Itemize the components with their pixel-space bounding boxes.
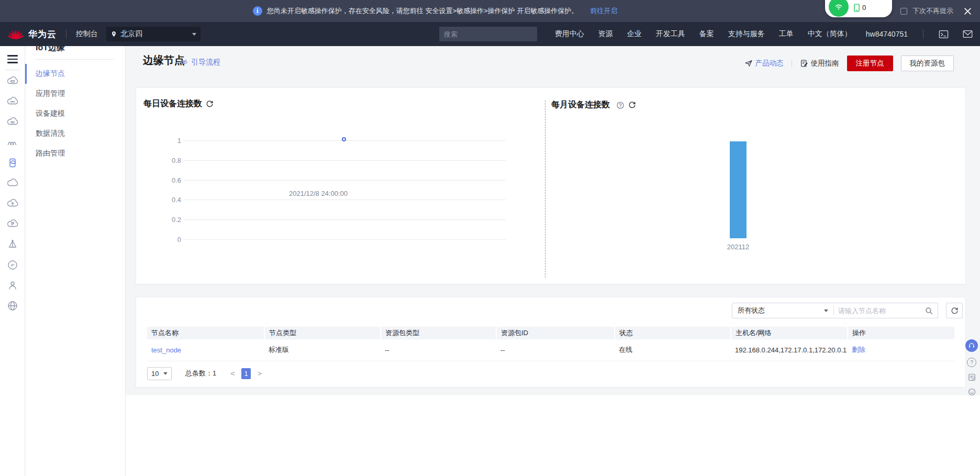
status-cell: 在线 bbox=[615, 339, 731, 361]
host-network-cell: 192.168.0.244,172.17.0.1,172.20.0.1 bbox=[731, 339, 848, 361]
sidebar-item-app-management[interactable]: 应用管理 bbox=[25, 84, 125, 104]
cloud-upload-icon[interactable] bbox=[0, 194, 25, 214]
sidebar: IoT边缘 边缘节点 应用管理 设备建模 数据清洗 路由管理 bbox=[25, 46, 126, 476]
survey-icon[interactable] bbox=[967, 373, 976, 382]
gridline-row: 0.6 bbox=[162, 180, 506, 181]
svg-text:IP: IP bbox=[10, 263, 14, 268]
brand-name[interactable]: 华为云 bbox=[28, 28, 57, 40]
gridline-row: 0.2 bbox=[162, 219, 506, 220]
daily-data-point bbox=[342, 137, 346, 141]
guide-flow-link[interactable]: 引导流程 bbox=[179, 58, 220, 67]
cloud-server-icon[interactable] bbox=[0, 71, 25, 92]
nav-link-enterprise[interactable]: 企业 bbox=[627, 29, 642, 39]
mail-icon[interactable] bbox=[963, 30, 973, 38]
info-icon: i bbox=[253, 6, 262, 16]
dismiss-checkbox[interactable] bbox=[900, 8, 907, 15]
nodes-panel: 所有状态 bbox=[136, 297, 966, 388]
nav-link-icp[interactable]: 备案 bbox=[699, 29, 714, 39]
prism-icon[interactable] bbox=[0, 235, 25, 255]
huawei-logo-icon[interactable] bbox=[7, 28, 24, 40]
tablet-cloud-icon-iot-edge[interactable] bbox=[0, 153, 25, 173]
nav-link-devtools[interactable]: 开发工具 bbox=[656, 29, 685, 39]
service-widget[interactable]: 0 bbox=[825, 0, 892, 17]
service-rail: IP bbox=[0, 46, 25, 476]
sidebar-title: IoT边缘 bbox=[25, 46, 125, 54]
package-type-cell: -- bbox=[381, 339, 496, 361]
product-news-link[interactable]: 产品动态 bbox=[744, 59, 784, 68]
account-name[interactable]: hw84740751 bbox=[866, 30, 908, 38]
cloud-flag-icon[interactable] bbox=[0, 214, 25, 235]
sidebar-item-edge-nodes[interactable]: 边缘节点 bbox=[25, 64, 125, 84]
status-filter-value: 所有状态 bbox=[738, 306, 765, 315]
waves-icon[interactable] bbox=[0, 132, 25, 153]
gridline-row: 0.4 bbox=[162, 200, 506, 200]
nodes-table: 节点名称 节点类型 资源包类型 资源包ID 状态 主机名/网络 操作 test_… bbox=[147, 327, 955, 361]
device-icon bbox=[854, 4, 860, 12]
product-news-label: 产品动态 bbox=[755, 59, 784, 68]
page: i 您尚未开启敏感操作保护，存在安全风险，请您前往 安全设置>敏感操作>操作保护… bbox=[0, 0, 980, 476]
monthly-bar bbox=[730, 141, 747, 238]
guide-flow-label: 引导流程 bbox=[191, 58, 220, 67]
console-link[interactable]: 控制台 bbox=[76, 29, 98, 39]
dismiss-label: 下次不再提示 bbox=[912, 6, 953, 16]
daily-chart-plot: 10.80.60.40.20 bbox=[162, 140, 506, 256]
feedback-smiley-icon[interactable] bbox=[967, 388, 976, 396]
divider bbox=[792, 60, 792, 67]
enable-protection-link[interactable]: 前往开启 bbox=[590, 6, 617, 16]
language-selector[interactable]: 中文（简体） bbox=[808, 29, 852, 39]
global-search[interactable] bbox=[439, 27, 537, 41]
chevron-down-icon bbox=[824, 309, 828, 312]
nav-link-resources[interactable]: 资源 bbox=[598, 29, 613, 39]
location-pin-icon bbox=[110, 30, 117, 38]
refresh-icon[interactable] bbox=[206, 100, 214, 108]
search-icon[interactable] bbox=[925, 307, 933, 315]
guide-document-icon bbox=[800, 59, 808, 68]
total-label: 总条数： bbox=[185, 369, 213, 377]
total-count: 1 bbox=[213, 369, 216, 377]
refresh-icon[interactable] bbox=[628, 101, 636, 109]
cloud-device-icon[interactable] bbox=[0, 112, 25, 132]
share-icon[interactable] bbox=[0, 275, 25, 296]
col-hostname-network: 主机名/网络 bbox=[731, 327, 848, 339]
help-icon[interactable]: ? bbox=[967, 358, 976, 367]
prev-page-icon[interactable]: < bbox=[229, 369, 236, 378]
region-selector[interactable]: 北京四 bbox=[106, 27, 201, 41]
register-node-button[interactable]: 注册节点 bbox=[847, 56, 893, 71]
search-input[interactable] bbox=[444, 30, 536, 38]
wifi-icon[interactable] bbox=[829, 0, 849, 17]
region-name: 北京四 bbox=[120, 29, 142, 39]
nav-link-tickets[interactable]: 工单 bbox=[779, 29, 794, 39]
help-icon[interactable] bbox=[616, 101, 625, 109]
sidebar-item-device-modeling[interactable]: 设备建模 bbox=[25, 104, 125, 124]
ip-icon[interactable]: IP bbox=[0, 255, 25, 275]
page-size-dropdown[interactable]: 10 bbox=[147, 367, 172, 380]
menu-hamburger-icon[interactable] bbox=[7, 55, 18, 63]
nav-link-support[interactable]: 支持与服务 bbox=[728, 29, 765, 39]
node-name-search-input[interactable] bbox=[834, 307, 925, 315]
table-refresh-button[interactable] bbox=[946, 303, 963, 318]
charts-panel: 每日设备连接数 10.80.60.40.20 2021/12/8 24:00:0… bbox=[136, 87, 966, 284]
delete-node-link[interactable]: 删除 bbox=[852, 346, 865, 353]
my-resource-packages-button[interactable]: 我的资源包 bbox=[901, 56, 954, 71]
col-package-type: 资源包类型 bbox=[381, 327, 496, 339]
table-row: test_node 标准版 -- -- 在线 192.168.0.244,172… bbox=[147, 339, 955, 361]
current-page-button[interactable]: 1 bbox=[241, 368, 251, 379]
close-icon[interactable] bbox=[964, 7, 972, 15]
nav-link-billing[interactable]: 费用中心 bbox=[555, 29, 584, 39]
node-name-link[interactable]: test_node bbox=[151, 346, 181, 354]
sidebar-item-route-management[interactable]: 路由管理 bbox=[25, 143, 125, 163]
cloud-icon[interactable] bbox=[0, 173, 25, 194]
cloud-dots-icon[interactable] bbox=[0, 92, 25, 112]
usage-guide-link[interactable]: 使用指南 bbox=[800, 59, 839, 68]
gridline-row: 0.8 bbox=[162, 160, 506, 161]
customer-service-icon[interactable] bbox=[965, 339, 978, 352]
divider bbox=[5, 70, 20, 70]
globe-icon[interactable] bbox=[0, 296, 25, 316]
paper-plane-icon bbox=[744, 59, 753, 68]
next-page-icon[interactable]: > bbox=[256, 369, 263, 378]
node-type-cell: 标准版 bbox=[264, 339, 381, 361]
cli-terminal-icon[interactable] bbox=[939, 30, 949, 39]
main-content: 边缘节点 引导流程 产品动态 bbox=[126, 46, 980, 476]
status-filter-dropdown[interactable]: 所有状态 bbox=[732, 303, 833, 318]
sidebar-item-data-cleaning[interactable]: 数据清洗 bbox=[25, 124, 125, 143]
